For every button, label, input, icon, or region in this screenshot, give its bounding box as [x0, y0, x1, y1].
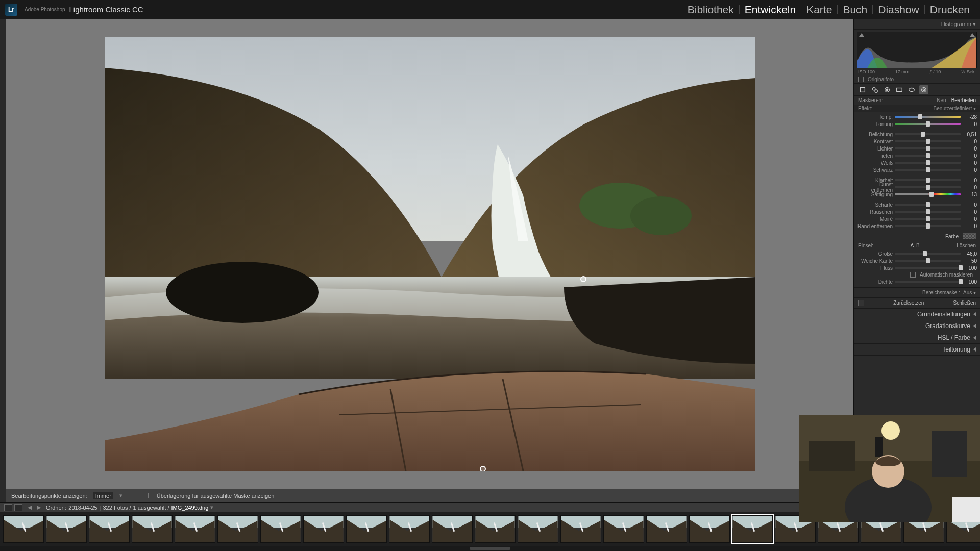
develop-toolbar: Bearbeitungspunkte anzeigen: Immer ▾ Übe…: [6, 489, 853, 502]
effect-label: Effekt:: [858, 106, 872, 111]
brush-erase[interactable]: Löschen: [957, 243, 976, 248]
brush-b[interactable]: B: [916, 243, 920, 248]
sharpness-slider[interactable]: [895, 204, 961, 206]
section-tone-curve[interactable]: Gradationskurve: [854, 320, 980, 332]
filmstrip-thumb[interactable]: [389, 515, 430, 543]
original-checkbox[interactable]: [858, 77, 864, 82]
left-panel-collapsed[interactable]: [0, 19, 6, 502]
brush-size-slider[interactable]: [895, 253, 961, 255]
nav-develop[interactable]: Entwickeln: [740, 4, 801, 16]
canvas[interactable]: [6, 19, 853, 489]
nav-print[interactable]: Drucken: [925, 4, 975, 16]
histogram-meta: ISO 100 17 mm ƒ / 10 ¹⁄₅ Sek.: [854, 68, 980, 76]
clarity-slider[interactable]: [895, 179, 961, 181]
filmstrip-scrollbar[interactable]: [0, 546, 980, 551]
effect-dropdown[interactable]: Benutzerdefiniert ▾: [934, 106, 976, 111]
section-hsl[interactable]: HSL / Farbe: [854, 332, 980, 344]
edit-points-mode[interactable]: Immer: [93, 492, 113, 499]
filmstrip-thumb[interactable]: [46, 515, 87, 543]
tint-slider[interactable]: [895, 123, 961, 125]
filmstrip-thumb[interactable]: [303, 515, 344, 543]
svg-point-14: [909, 88, 915, 91]
filmstrip-thumb[interactable]: [432, 515, 473, 543]
defringe-slider[interactable]: [895, 225, 961, 227]
gradient-tool-icon[interactable]: [895, 85, 904, 94]
filmstrip-thumb[interactable]: [175, 515, 215, 543]
filmstrip-thumb[interactable]: [646, 515, 687, 543]
radial-tool-icon[interactable]: [907, 85, 916, 94]
second-window-icon[interactable]: [4, 504, 12, 511]
svg-point-9: [873, 87, 875, 90]
nav-library[interactable]: Bibliothek: [682, 4, 739, 16]
clip-shadows-icon[interactable]: [859, 33, 864, 37]
dehaze-slider[interactable]: [895, 186, 961, 188]
saturation-slider[interactable]: [895, 193, 961, 195]
filmstrip-thumb[interactable]: [217, 515, 258, 543]
brush-a[interactable]: A: [910, 243, 913, 248]
svg-point-16: [923, 89, 925, 91]
filmstrip-thumb[interactable]: [603, 515, 644, 543]
close-button[interactable]: Schließen: [953, 300, 976, 306]
grid-view-icon[interactable]: [14, 504, 22, 511]
brush-density-slider[interactable]: [895, 281, 961, 283]
edit-points-label: Bearbeitungspunkte anzeigen:: [11, 493, 87, 499]
nav-book[interactable]: Buch: [838, 4, 872, 16]
photo-preview[interactable]: [105, 37, 755, 471]
toggle-switch[interactable]: [858, 300, 864, 306]
temp-slider[interactable]: [895, 116, 961, 118]
whites-slider[interactable]: [895, 162, 961, 164]
color-label: Farbe: [858, 234, 963, 239]
nav-slideshow[interactable]: Diashow: [873, 4, 924, 16]
filmstrip-thumb[interactable]: [689, 515, 730, 543]
path-date[interactable]: 2018-04-25: [68, 505, 97, 511]
filmstrip-thumb[interactable]: [260, 515, 301, 543]
svg-rect-45: [809, 441, 855, 471]
color-swatch[interactable]: [963, 233, 976, 239]
photo-count: 322 Fotos /: [103, 505, 131, 511]
noise-slider[interactable]: [895, 211, 961, 213]
section-split-toning[interactable]: Teiltonung: [854, 344, 980, 356]
auto-mask-checkbox[interactable]: [910, 272, 916, 278]
filmstrip-thumb[interactable]: [475, 515, 516, 543]
blacks-slider[interactable]: [895, 169, 961, 171]
mask-edit[interactable]: Bearbeiten: [951, 97, 976, 103]
histogram-header[interactable]: Histogramm ▾: [854, 19, 980, 30]
mask-new[interactable]: Neu: [937, 97, 946, 103]
filmstrip-thumb[interactable]: [132, 515, 173, 543]
brush-feather-slider[interactable]: [895, 260, 961, 262]
svg-rect-48: [952, 497, 980, 522]
filmstrip-thumb[interactable]: [560, 515, 601, 543]
filmstrip-thumb[interactable]: [732, 515, 773, 543]
exposure-slider[interactable]: [895, 133, 961, 135]
filmstrip-thumb[interactable]: [346, 515, 387, 543]
nav-map[interactable]: Karte: [801, 4, 837, 16]
auto-mask-label: Automatisch maskieren: [920, 272, 973, 278]
svg-point-42: [881, 421, 900, 440]
local-tools: [854, 84, 980, 96]
spot-tool-icon[interactable]: [870, 85, 879, 94]
brush-tool-icon[interactable]: [919, 85, 928, 94]
redeye-tool-icon[interactable]: [883, 85, 892, 94]
app-name: Lightroom Classic CC: [69, 5, 143, 14]
reset-button[interactable]: Zurücksetzen: [893, 300, 924, 306]
range-mask-dropdown[interactable]: Aus ▾: [963, 290, 976, 295]
brush-label: Pinsel:: [858, 243, 873, 248]
section-basic[interactable]: Grundeinstellungen: [854, 309, 980, 320]
crop-tool-icon[interactable]: [858, 85, 867, 94]
filmstrip-thumb[interactable]: [3, 515, 44, 543]
clip-highlights-icon[interactable]: [970, 33, 975, 37]
filmstrip-thumb[interactable]: [518, 515, 558, 543]
histogram[interactable]: [857, 32, 977, 68]
shadows-slider[interactable]: [895, 155, 961, 157]
brush-pin[interactable]: [580, 276, 586, 282]
highlights-slider[interactable]: [895, 147, 961, 149]
range-mask-label: Bereichsmaske :: [922, 290, 960, 295]
filmstrip-thumb[interactable]: [89, 515, 130, 543]
brush-pin[interactable]: [480, 466, 486, 471]
current-file[interactable]: IMG_2499.dng: [171, 505, 208, 511]
overlay-checkbox[interactable]: [143, 493, 149, 498]
svg-rect-43: [875, 437, 883, 457]
moire-slider[interactable]: [895, 218, 961, 220]
contrast-slider[interactable]: [895, 140, 961, 142]
brush-flow-slider[interactable]: [895, 267, 961, 269]
